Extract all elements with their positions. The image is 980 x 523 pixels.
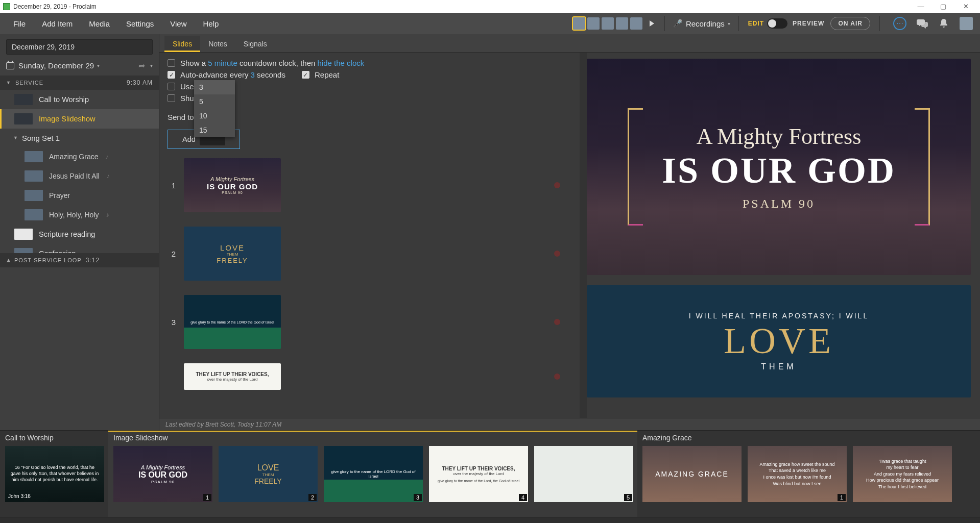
music-icon: ♪	[107, 172, 110, 180]
sidebar-item-prayer[interactable]: Prayer	[0, 186, 159, 205]
tab-signals[interactable]: Signals	[235, 36, 275, 52]
item-label: Scripture reading	[39, 230, 95, 238]
on-air-button[interactable]: ON AIR	[830, 17, 870, 30]
music-icon: ♪	[106, 211, 109, 218]
preview-next-slide[interactable]: I WILL HEAL THEIR APOSTASY; I WILL LOVE …	[587, 285, 971, 397]
filmstrip-thumb[interactable]: Amazing grace how sweet the sound That s…	[748, 446, 847, 502]
tab-notes[interactable]: Notes	[200, 36, 235, 52]
share-icon[interactable]: ➦	[138, 61, 145, 70]
countdown-duration-link[interactable]: 5 minute	[208, 59, 237, 67]
chevron-down-icon: ▾	[97, 63, 100, 68]
dropdown-option[interactable]: 5	[194, 94, 235, 109]
window-close-button[interactable]: ✕	[954, 0, 977, 13]
item-label: Holy, Holy, Holy	[49, 211, 99, 219]
checkbox-shuffle[interactable]	[168, 94, 175, 102]
sidebar-item-call-to-worship[interactable]: Call to Worship	[0, 90, 159, 109]
slide-thumbnail[interactable]: LOVE THEM FREELY	[184, 227, 281, 281]
recordings-dropdown[interactable]: 🎤 Recordings ▾	[668, 19, 735, 28]
avatar[interactable]	[602, 17, 614, 30]
filmstrip-thumb[interactable]: give glory to the name of the LORD the G…	[324, 446, 423, 502]
menu-media[interactable]: Media	[81, 13, 118, 34]
filmstrip-thumb[interactable]: LOVE THEM FREELY 2	[219, 446, 318, 502]
tab-slides[interactable]: Slides	[164, 36, 200, 52]
chevron-down-icon: ▼	[13, 135, 18, 140]
sidebar-item-scripture[interactable]: Scripture reading	[0, 225, 159, 244]
sidebar: December 29, 2019 Sunday, December 29 ▾ …	[0, 34, 159, 430]
chevron-down-icon: ▼	[6, 80, 11, 85]
thumbnail	[25, 170, 43, 182]
filmstrip-thumb[interactable]: 'Twas grace that taught my heart to fear…	[853, 446, 952, 502]
slide-thumbnail[interactable]: A Mighty Fortress IS OUR GOD PSALM 90	[184, 158, 281, 212]
section-header-post-service[interactable]: ▶ POST-SERVICE LOOP 3:12	[0, 253, 159, 267]
sidebar-item-amazing-grace[interactable]: Amazing Grace ♪	[0, 147, 159, 166]
dropdown-option[interactable]: 3	[194, 80, 235, 94]
slide-row[interactable]: THEY LIFT UP THEIR VOICES, over the maje…	[168, 363, 570, 390]
avatar[interactable]	[587, 17, 600, 30]
slide-row[interactable]: 3 give glory to the name of the LORD the…	[168, 295, 570, 349]
item-label: Amazing Grace	[49, 153, 98, 161]
checkbox-use-no[interactable]	[168, 83, 175, 90]
sidebar-item-confession[interactable]: Confession	[0, 244, 159, 253]
footer-resize-handle[interactable]	[0, 517, 980, 523]
chat-icon[interactable]	[917, 18, 928, 29]
slide-thumbnail[interactable]: give glory to the name of the LORD the G…	[184, 295, 281, 349]
window-minimize-button[interactable]: —	[910, 0, 932, 13]
presentation-day-picker[interactable]: Sunday, December 29 ▾ ➦ ▾	[0, 58, 159, 76]
checkbox-repeat[interactable]	[302, 71, 309, 79]
menu-file[interactable]: File	[5, 13, 34, 34]
filmstrip-thumb[interactable]: AMAZING GRACE	[642, 446, 742, 502]
item-label: Call to Worship	[39, 95, 89, 104]
slide-row[interactable]: 2 LOVE THEM FREELY	[168, 227, 570, 281]
play-icon[interactable]	[650, 20, 654, 27]
filmstrip-group-title: Call to Worship	[5, 434, 104, 444]
status-dot[interactable]	[554, 251, 560, 257]
current-user-avatar[interactable]	[960, 17, 973, 30]
status-dot[interactable]	[554, 319, 560, 325]
add-label: Add	[182, 135, 196, 143]
countdown-end-link[interactable]: hide the clock	[318, 59, 365, 67]
preview-line: IS OUR GOD	[662, 150, 896, 192]
label: Auto-advance every	[180, 70, 251, 79]
dropdown-option[interactable]: 15	[194, 123, 235, 137]
menu-add-item[interactable]: Add Item	[34, 13, 81, 34]
thumbnail	[14, 248, 33, 253]
preview-current-slide[interactable]: A Mighty Fortress IS OUR GOD PSALM 90	[587, 59, 971, 275]
menu-help[interactable]: Help	[195, 13, 227, 34]
last-edited-label: Last edited by Brett Scott, Today 11:07 …	[165, 421, 281, 428]
slide-number: 3	[168, 318, 176, 327]
label: Show a	[180, 59, 208, 67]
window-title: December 29, 2019 - Proclaim	[13, 3, 97, 10]
sidebar-item-holy[interactable]: Holy, Holy, Holy ♪	[0, 205, 159, 225]
slide-row[interactable]: 1 A Mighty Fortress IS OUR GOD PSALM 90	[168, 158, 570, 212]
checkbox-auto-advance[interactable]	[168, 71, 175, 79]
checkbox-countdown[interactable]	[168, 59, 175, 67]
avatar[interactable]	[630, 17, 642, 30]
panel-divider[interactable]	[580, 53, 587, 418]
sidebar-item-jesus-paid[interactable]: Jesus Paid It All ♪	[0, 166, 159, 186]
section-time: 3:12	[86, 257, 100, 264]
window-maximize-button[interactable]: ▢	[932, 0, 954, 13]
filmstrip-thumb[interactable]: 5	[534, 446, 633, 502]
filmstrip-thumb[interactable]: A Mighty Fortress IS OUR GOD PSALM 90 1	[113, 446, 212, 502]
sidebar-item-image-slideshow[interactable]: Image Slideshow	[0, 109, 159, 129]
more-icon[interactable]: ⋯	[893, 17, 906, 30]
menu-view[interactable]: View	[162, 13, 195, 34]
dropdown-option[interactable]: 10	[194, 109, 235, 123]
filmstrip-thumb[interactable]: 16 "For God so loved the world, that he …	[5, 446, 104, 502]
edit-preview-toggle[interactable]	[767, 18, 787, 29]
recordings-label: Recordings	[686, 19, 725, 28]
presentation-date-box[interactable]: December 29, 2019	[6, 39, 153, 55]
status-dot[interactable]	[554, 182, 560, 188]
editor-panel: Slides Notes Signals Show a 5 minute cou…	[159, 34, 980, 430]
sidebar-group-song-set-1[interactable]: ▼ Song Set 1	[0, 129, 159, 147]
bell-icon[interactable]	[938, 18, 949, 29]
section-header-service[interactable]: ▼ SERVICE 9:30 AM	[0, 76, 159, 90]
filmstrip-thumb[interactable]: THEY LIFT UP THEIR VOICES, over the maje…	[429, 446, 528, 502]
avatar[interactable]	[573, 17, 585, 30]
menu-settings[interactable]: Settings	[118, 13, 162, 34]
status-dot[interactable]	[554, 373, 560, 380]
avatar[interactable]	[616, 17, 628, 30]
slide-thumbnail[interactable]: THEY LIFT UP THEIR VOICES, over the maje…	[184, 363, 281, 390]
filmstrip-group-image-slideshow: Image Slideshow A Mighty Fortress IS OUR…	[108, 431, 637, 517]
auto-advance-seconds-link[interactable]: 3	[251, 70, 255, 79]
